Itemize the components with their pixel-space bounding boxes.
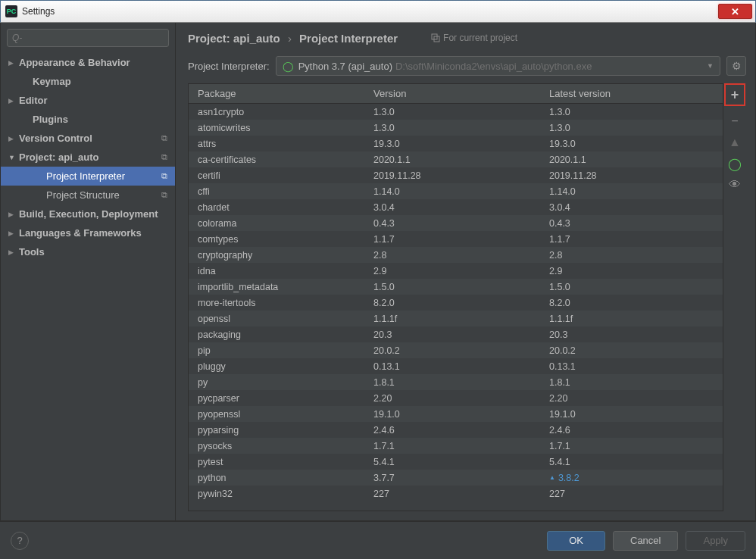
remove-package-button[interactable]: − [724,111,745,132]
header-latest[interactable]: Latest version [540,84,723,103]
tree-item-plugins[interactable]: Plugins [1,110,175,129]
package-version: 19.3.0 [364,139,540,149]
tree-item-project-interpreter[interactable]: Project Interpreter⧉ [1,167,175,186]
tree-item-appearance-behavior[interactable]: ▶Appearance & Behavior [1,53,175,72]
package-latest: 2020.1.1 [540,155,723,165]
ok-button[interactable]: OK [547,531,605,551]
package-row[interactable]: colorama0.4.30.4.3 [189,215,723,231]
package-latest: 20.0.2 [540,345,723,356]
dialog-footer: ? OK Cancel Apply [0,521,756,559]
breadcrumb: Project: api_auto › Project Interpreter [188,32,398,45]
packages-toolbar: + − ▲ ◯ 👁 [723,83,746,511]
tree-item-label: Version Control [19,133,92,144]
package-row[interactable]: pyparsing2.4.62.4.6 [189,422,723,438]
package-row[interactable]: attrs19.3.019.3.0 [189,136,723,151]
close-button[interactable]: ✕ [718,4,752,19]
package-name: asn1crypto [189,107,364,117]
tree-item-project-structure[interactable]: Project Structure⧉ [1,186,175,205]
settings-sidebar: Q- ▶Appearance & BehaviorKeymap▶EditorPl… [1,23,176,520]
header-package[interactable]: Package [189,84,364,103]
package-version: 2.20 [364,393,540,404]
tree-item-label: Appearance & Behavior [19,57,130,68]
settings-search-input[interactable]: Q- [7,29,169,47]
package-version: 2.9 [364,266,540,276]
header-version[interactable]: Version [364,84,540,103]
package-latest: 2.9 [540,266,723,276]
package-row[interactable]: more-itertools8.2.08.2.0 [189,295,723,311]
show-early-releases-button[interactable]: 👁 [724,174,745,195]
package-name: packaging [189,329,364,340]
tree-item-languages-frameworks[interactable]: ▶Languages & Frameworks [1,223,175,242]
package-row[interactable]: py1.8.11.8.1 [189,374,723,390]
package-version: 2020.1.1 [364,155,540,165]
package-version: 227 [364,489,540,499]
conda-button[interactable]: ◯ [724,153,745,174]
package-row[interactable]: pycparser2.202.20 [189,390,723,406]
tree-item-editor[interactable]: ▶Editor [1,91,175,110]
package-version: 1.8.1 [364,377,540,388]
package-latest: 5.4.1 [540,457,723,467]
gear-icon: ⚙ [732,60,742,72]
package-row[interactable]: openssl1.1.1f1.1.1f [189,311,723,326]
package-name: idna [189,266,364,276]
package-latest: 227 [540,489,723,499]
package-name: attrs [189,139,364,149]
package-latest: 2.4.6 [540,425,723,436]
package-version: 0.4.3 [364,218,540,229]
breadcrumb-row: Project: api_auto › Project Interpreter … [176,23,755,47]
tree-item-label: Project: api_auto [19,151,98,163]
package-row[interactable]: packaging20.320.3 [189,326,723,342]
packages-table-body[interactable]: asn1crypto1.3.01.3.0atomicwrites1.3.01.3… [189,104,723,511]
cancel-button[interactable]: Cancel [613,531,678,551]
package-row[interactable]: importlib_metadata1.5.01.5.0 [189,279,723,295]
package-row[interactable]: pyopenssl19.1.019.1.0 [189,406,723,422]
package-name: pyparsing [189,425,364,436]
tree-arrow-icon: ▶ [8,230,19,237]
tree-arrow-icon: ▶ [8,59,19,67]
package-latest: 1.14.0 [540,186,723,197]
package-row[interactable]: pysocks1.7.11.7.1 [189,438,723,454]
tree-item-label: Build, Execution, Deployment [19,208,158,220]
package-name: pip [189,345,364,356]
package-row[interactable]: ca-certificates2020.1.12020.1.1 [189,151,723,167]
package-latest: 3.0.4 [540,202,723,213]
interpreter-dropdown[interactable]: ◯ Python 3.7 (api_auto) D:\soft\Minicond… [276,56,720,76]
breadcrumb-page: Project Interpreter [299,32,398,45]
package-version: 1.1.1f [364,314,540,324]
package-version: 1.1.7 [364,234,540,245]
package-row[interactable]: pytest5.4.15.4.1 [189,454,723,470]
tree-item-build-execution-deployment[interactable]: ▶Build, Execution, Deployment [1,205,175,223]
package-row[interactable]: chardet3.0.43.0.4 [189,199,723,215]
package-version: 1.7.1 [364,441,540,451]
add-package-button[interactable]: + [724,83,745,106]
package-latest: ▲3.8.2 [540,473,723,483]
package-row[interactable]: comtypes1.1.71.1.7 [189,231,723,247]
package-latest: 1.8.1 [540,377,723,388]
tree-item-project-api-auto[interactable]: ▼Project: api_auto⧉ [1,148,175,167]
package-row[interactable]: pywin32227227 [189,486,723,501]
package-row[interactable]: certifi2019.11.282019.11.28 [189,167,723,183]
package-row[interactable]: pip20.0.220.0.2 [189,342,723,358]
tree-item-version-control[interactable]: ▶Version Control⧉ [1,129,175,148]
package-name: more-itertools [189,298,364,308]
package-row[interactable]: cryptography2.82.8 [189,247,723,263]
tree-arrow-icon: ▼ [8,154,19,161]
package-row[interactable]: cffi1.14.01.14.0 [189,183,723,199]
interpreter-settings-button[interactable]: ⚙ [726,56,746,76]
package-row[interactable]: pluggy0.13.10.13.1 [189,358,723,374]
package-latest: 1.5.0 [540,282,723,292]
package-row[interactable]: atomicwrites1.3.01.3.0 [189,120,723,136]
package-name: pywin32 [189,489,364,499]
package-row[interactable]: idna2.92.9 [189,263,723,279]
upgrade-icon: ▲ [549,474,555,481]
settings-tree: ▶Appearance & BehaviorKeymap▶EditorPlugi… [1,52,175,520]
package-row[interactable]: asn1crypto1.3.01.3.0 [189,104,723,120]
package-version: 0.13.1 [364,361,540,372]
tree-item-keymap[interactable]: Keymap [1,72,175,91]
package-row[interactable]: python3.7.7▲3.8.2 [189,470,723,486]
help-button[interactable]: ? [11,532,29,550]
upgrade-package-button[interactable]: ▲ [724,132,745,153]
package-name: pyopenssl [189,409,364,420]
tree-item-tools[interactable]: ▶Tools [1,242,175,261]
package-version: 8.2.0 [364,298,540,308]
